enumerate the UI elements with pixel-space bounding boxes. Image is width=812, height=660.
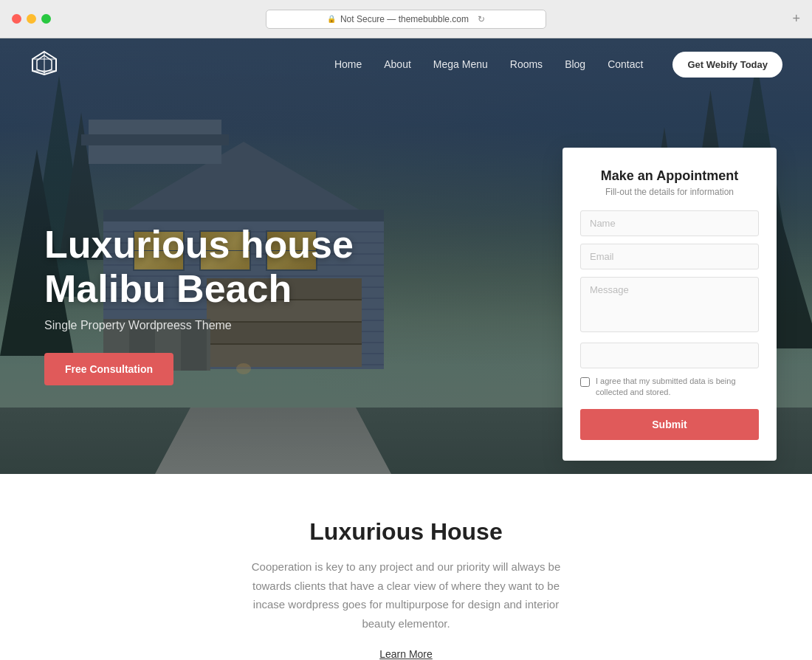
nav-mega-menu[interactable]: Mega Menu (433, 58, 488, 70)
name-input[interactable] (580, 210, 759, 236)
refresh-icon[interactable]: ↻ (478, 14, 485, 24)
learn-more-link[interactable]: Learn More (379, 648, 433, 660)
minimize-button[interactable] (27, 14, 36, 24)
traffic-lights (12, 14, 51, 24)
consent-checkbox[interactable] (580, 377, 590, 387)
section-title: Luxurious House (30, 518, 782, 546)
hero-content: Luxurious house Malibu Beach Single Prop… (44, 223, 354, 385)
nav-rooms[interactable]: Rooms (510, 58, 543, 70)
nav-contact[interactable]: Contact (608, 58, 643, 70)
nav-links: Home About Mega Menu Rooms Blog Contact … (334, 52, 782, 78)
new-tab-button[interactable]: + (792, 11, 800, 27)
address-bar[interactable]: 🔒 Not Secure — themebubble.com ↻ (266, 10, 546, 29)
website-container: Home About Mega Menu Rooms Blog Contact … (0, 38, 812, 660)
section-description: Cooperation is key to any project and ou… (236, 557, 576, 633)
email-input[interactable] (580, 244, 759, 269)
type-select[interactable] (580, 343, 759, 368)
hero-section: Home About Mega Menu Rooms Blog Contact … (0, 38, 812, 474)
consultation-button[interactable]: Free Consultation (44, 353, 173, 385)
hero-title: Luxurious house Malibu Beach (44, 223, 354, 312)
nav-blog[interactable]: Blog (565, 58, 585, 70)
below-fold-section: Luxurious House Cooperation is key to an… (0, 474, 812, 660)
browser-chrome: 🔒 Not Secure — themebubble.com ↻ + (0, 0, 812, 38)
fullscreen-button[interactable] (41, 14, 51, 24)
nav-about[interactable]: About (384, 58, 411, 70)
hero-title-line2: Malibu Beach (44, 267, 292, 310)
appointment-subtitle: Fill-out the details for information (580, 187, 759, 197)
url-text: Not Secure — themebubble.com (340, 14, 469, 24)
get-webify-button[interactable]: Get Webify Today (672, 52, 782, 78)
hero-subtitle: Single Property Wordpreess Theme (44, 319, 354, 332)
close-button[interactable] (12, 14, 21, 24)
navbar: Home About Mega Menu Rooms Blog Contact … (0, 38, 812, 90)
appointment-title: Make an Appointment (580, 168, 759, 184)
consent-label: I agree that my submitted data is being … (596, 376, 759, 399)
logo[interactable] (30, 50, 59, 79)
lock-icon: 🔒 (327, 15, 336, 23)
hero-title-line1: Luxurious house (44, 223, 354, 266)
message-textarea[interactable] (580, 277, 759, 332)
consent-row: I agree that my submitted data is being … (580, 376, 759, 399)
submit-button[interactable]: Submit (580, 409, 759, 440)
appointment-card: Make an Appointment Fill-out the details… (562, 148, 777, 461)
nav-home[interactable]: Home (334, 58, 362, 70)
